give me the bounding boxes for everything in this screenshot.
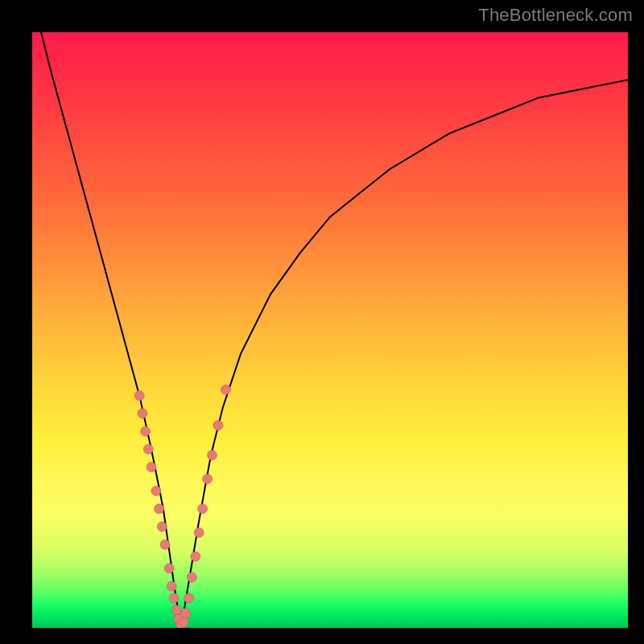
scatter-dot <box>181 609 191 618</box>
scatter-dot <box>155 504 164 514</box>
scatter-dot <box>169 593 179 603</box>
scatter-dot <box>221 385 231 394</box>
scatter-dot <box>141 427 151 436</box>
scatter-dot <box>160 539 170 549</box>
curve-overlay <box>32 32 628 628</box>
bottleneck-curve <box>32 32 628 628</box>
scatter-dot <box>184 593 194 603</box>
scatter-dot <box>187 572 196 582</box>
watermark-text: TheBottleneck.com <box>478 5 633 26</box>
scatter-dot <box>151 486 161 496</box>
scatter-dot <box>164 564 174 573</box>
scatter-dot <box>143 444 153 454</box>
plot-area <box>32 32 628 628</box>
scatter-dot <box>208 450 217 460</box>
scatter-dot <box>198 504 208 514</box>
scatter-dot <box>213 420 223 430</box>
scatter-dot <box>194 528 204 538</box>
scatter-dot <box>203 474 213 484</box>
scatter-dot <box>191 551 200 561</box>
scatter-dot <box>147 462 156 472</box>
scatter-dot <box>167 581 176 591</box>
scatter-dot <box>171 605 181 615</box>
scatter-dot <box>134 390 144 400</box>
scatter-dot <box>179 617 188 627</box>
scatter-dots <box>134 385 230 628</box>
scatter-dot <box>157 522 167 531</box>
scatter-dot <box>138 409 147 419</box>
chart-frame: TheBottleneck.com <box>0 0 644 644</box>
